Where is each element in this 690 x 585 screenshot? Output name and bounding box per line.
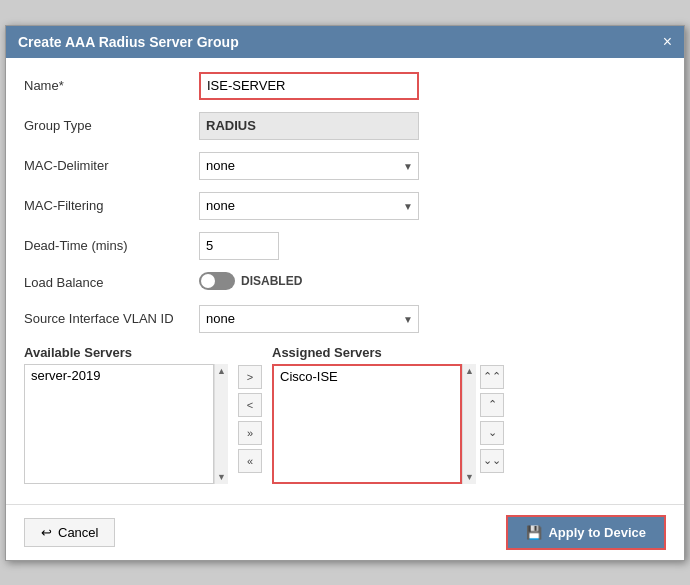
mac-delimiter-select[interactable]: none colon hyphen dot bbox=[199, 152, 419, 180]
add-server-button[interactable]: > bbox=[238, 365, 262, 389]
toggle-knob bbox=[201, 274, 215, 288]
add-all-servers-button[interactable]: » bbox=[238, 421, 262, 445]
group-type-label: Group Type bbox=[24, 118, 199, 133]
name-control bbox=[199, 72, 666, 100]
mac-filtering-select[interactable]: none enabled bbox=[199, 192, 419, 220]
list-item[interactable]: Cisco-ISE bbox=[274, 366, 460, 387]
source-interface-wrapper: none ▼ bbox=[199, 305, 419, 333]
group-type-control: RADIUS bbox=[199, 112, 666, 140]
cancel-button[interactable]: ↩ Cancel bbox=[24, 518, 115, 547]
dialog-header: Create AAA Radius Server Group × bbox=[6, 26, 684, 58]
load-balance-toggle[interactable] bbox=[199, 272, 235, 290]
assigned-scrollbar: ▲ ▼ bbox=[462, 364, 476, 484]
dead-time-label: Dead-Time (mins) bbox=[24, 238, 199, 253]
mac-delimiter-label: MAC-Delimiter bbox=[24, 158, 199, 173]
load-balance-label: Load Balance bbox=[24, 275, 199, 290]
dialog-body: Name* Group Type RADIUS MAC-Delimiter no… bbox=[6, 58, 684, 504]
assigned-server-list-wrapper: Cisco-ISE ▲ ▼ bbox=[272, 364, 476, 484]
source-interface-select[interactable]: none bbox=[199, 305, 419, 333]
group-type-row: Group Type RADIUS bbox=[24, 112, 666, 140]
cancel-icon: ↩ bbox=[41, 525, 52, 540]
available-servers-panel: Available Servers server-2019 ▲ ▼ bbox=[24, 345, 228, 484]
dialog-title: Create AAA Radius Server Group bbox=[18, 34, 239, 50]
transfer-buttons: > < » « bbox=[232, 365, 268, 473]
assigned-servers-panel: Assigned Servers Cisco-ISE ▲ ▼ bbox=[272, 345, 476, 484]
mac-delimiter-wrapper: none colon hyphen dot ▼ bbox=[199, 152, 419, 180]
source-interface-control: none ▼ bbox=[199, 305, 666, 333]
mac-filtering-wrapper: none enabled ▼ bbox=[199, 192, 419, 220]
remove-server-button[interactable]: < bbox=[238, 393, 262, 417]
mac-delimiter-control: none colon hyphen dot ▼ bbox=[199, 152, 666, 180]
dead-time-input[interactable] bbox=[199, 232, 279, 260]
name-label: Name* bbox=[24, 78, 199, 93]
load-balance-state: DISABLED bbox=[241, 274, 302, 288]
load-balance-toggle-wrapper[interactable]: DISABLED bbox=[199, 272, 302, 290]
load-balance-control: DISABLED bbox=[199, 272, 666, 293]
available-scrollbar: ▲ ▼ bbox=[214, 364, 228, 484]
mac-filtering-row: MAC-Filtering none enabled ▼ bbox=[24, 192, 666, 220]
mac-delimiter-row: MAC-Delimiter none colon hyphen dot ▼ bbox=[24, 152, 666, 180]
available-servers-label: Available Servers bbox=[24, 345, 228, 360]
name-input[interactable] bbox=[199, 72, 419, 100]
load-balance-row: Load Balance DISABLED bbox=[24, 272, 666, 293]
dialog: Create AAA Radius Server Group × Name* G… bbox=[5, 25, 685, 561]
assigned-scroll-up-icon[interactable]: ▲ bbox=[463, 364, 476, 378]
dead-time-row: Dead-Time (mins) bbox=[24, 232, 666, 260]
assigned-scroll-down-icon[interactable]: ▼ bbox=[463, 470, 476, 484]
close-button[interactable]: × bbox=[663, 34, 672, 50]
dead-time-control bbox=[199, 232, 666, 260]
assigned-server-list[interactable]: Cisco-ISE bbox=[272, 364, 462, 484]
cancel-label: Cancel bbox=[58, 525, 98, 540]
order-buttons: ⌃⌃ ⌃ ⌄ ⌄⌄ bbox=[480, 365, 504, 473]
available-scroll-up-icon[interactable]: ▲ bbox=[215, 364, 228, 378]
name-row: Name* bbox=[24, 72, 666, 100]
mac-filtering-control: none enabled ▼ bbox=[199, 192, 666, 220]
servers-section: Available Servers server-2019 ▲ ▼ > < » bbox=[24, 345, 666, 484]
available-server-list-wrapper: server-2019 ▲ ▼ bbox=[24, 364, 228, 484]
source-interface-row: Source Interface VLAN ID none ▼ bbox=[24, 305, 666, 333]
remove-all-servers-button[interactable]: « bbox=[238, 449, 262, 473]
available-server-list[interactable]: server-2019 bbox=[24, 364, 214, 484]
available-scroll-down-icon[interactable]: ▼ bbox=[215, 470, 228, 484]
move-top-button[interactable]: ⌃⌃ bbox=[480, 365, 504, 389]
mac-filtering-label: MAC-Filtering bbox=[24, 198, 199, 213]
move-down-button[interactable]: ⌄ bbox=[480, 421, 504, 445]
assigned-servers-label: Assigned Servers bbox=[272, 345, 476, 360]
group-type-value: RADIUS bbox=[199, 112, 419, 140]
apply-label: Apply to Device bbox=[548, 525, 646, 540]
dialog-footer: ↩ Cancel 💾 Apply to Device bbox=[6, 504, 684, 560]
source-interface-label: Source Interface VLAN ID bbox=[24, 311, 199, 326]
move-bottom-button[interactable]: ⌄⌄ bbox=[480, 449, 504, 473]
list-item[interactable]: server-2019 bbox=[25, 365, 213, 386]
apply-to-device-button[interactable]: 💾 Apply to Device bbox=[506, 515, 666, 550]
save-icon: 💾 bbox=[526, 525, 542, 540]
move-up-button[interactable]: ⌃ bbox=[480, 393, 504, 417]
